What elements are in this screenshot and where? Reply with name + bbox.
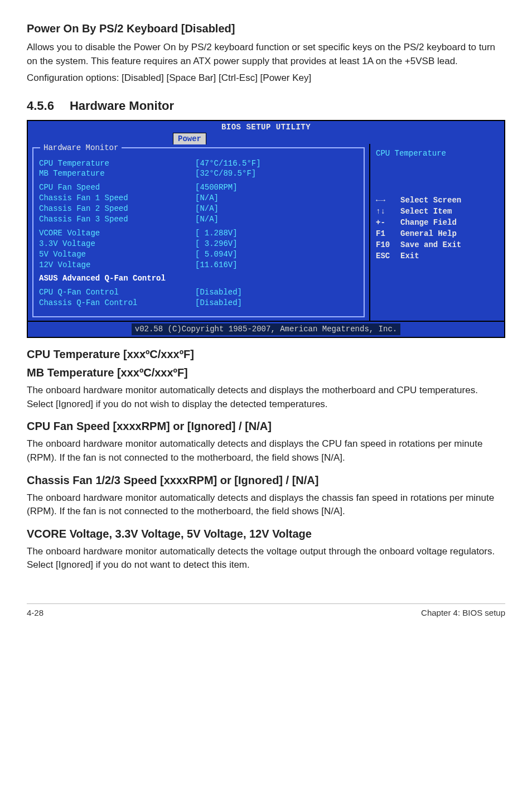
bios-window: BIOS SETUP UTILITY Power Hardware Monito… xyxy=(27,120,505,338)
bios-label: Chassis Fan 3 Speed xyxy=(39,214,195,225)
bios-label: CPU Temperature xyxy=(39,158,195,169)
bios-value: [47°C/116.5°F] xyxy=(195,158,261,169)
bios-row-ch2[interactable]: Chassis Fan 2 Speed [N/A] xyxy=(39,204,358,214)
bios-value: [N/A] xyxy=(195,214,219,225)
heading-cpu-temp: CPU Temperature [xxxºC/xxxºF] xyxy=(27,347,505,362)
bios-hint-exit: ESC Exit xyxy=(376,251,499,262)
bios-tabbar: Power xyxy=(28,133,504,144)
bios-value: [32°C/89.5°F] xyxy=(195,168,256,179)
bios-hint-text: Save and Exit xyxy=(400,240,461,250)
bios-label: Chassis Fan 1 Speed xyxy=(39,193,195,204)
para-temp-desc: The onboard hardware monitor automatical… xyxy=(27,384,505,411)
arrows-ud-icon: ↑↓ xyxy=(376,206,395,217)
bios-row-12v[interactable]: 12V Voltage [11.616V] xyxy=(39,260,358,270)
para-chassis-fan-desc: The onboard hardware monitor automatical… xyxy=(27,491,505,519)
bios-value: [4500RPM] xyxy=(195,182,238,193)
arrows-lr-icon: ←→ xyxy=(376,195,395,206)
bios-row-cpu-fan[interactable]: CPU Fan Speed [4500RPM] xyxy=(39,182,358,193)
bios-right-panel: CPU Temperature ←→ Select Screen ↑↓ Sele… xyxy=(370,144,504,321)
bios-footer: v02.58 (C)Copyright 1985-2007, American … xyxy=(28,321,504,337)
bios-value: [Disabled] xyxy=(195,298,242,308)
bios-hint-select-screen: ←→ Select Screen xyxy=(376,195,499,206)
bios-label: CPU Q-Fan Control xyxy=(39,287,195,298)
bios-copyright: v02.58 (C)Copyright 1985-2007, American … xyxy=(132,323,400,335)
bios-value: [N/A] xyxy=(195,204,219,214)
heading-mb-temp: MB Temperature [xxxºC/xxxºF] xyxy=(27,365,505,380)
bios-row-cpu-temp[interactable]: CPU Temperature [47°C/116.5°F] xyxy=(39,158,358,169)
bios-panel-title: Hardware Monitor xyxy=(40,143,122,153)
bios-help-title: CPU Temperature xyxy=(376,148,499,159)
bios-row-ch-qfan[interactable]: Chassis Q-Fan Control [Disabled] xyxy=(39,298,358,308)
para-ps2-options: Configuration options: [Disabled] [Space… xyxy=(27,71,505,85)
bios-label: VCORE Voltage xyxy=(39,228,195,239)
key-esc: ESC xyxy=(376,251,395,262)
bios-hint-text: Select Screen xyxy=(400,195,461,206)
bios-hint-save-exit: F10 Save and Exit xyxy=(376,240,499,250)
bios-left-panel: Hardware Monitor CPU Temperature [47°C/1… xyxy=(28,144,370,321)
bios-row-adv-qfan[interactable]: ASUS Advanced Q-Fan Control xyxy=(39,273,358,284)
heading-chassis-fan-speed: Chassis Fan 1/2/3 Speed [xxxxRPM] or [Ig… xyxy=(27,473,505,488)
bios-row-ch3[interactable]: Chassis Fan 3 Speed [N/A] xyxy=(39,214,358,225)
plus-minus-icon: +- xyxy=(376,218,395,228)
bios-hint-text: Change Field xyxy=(400,218,457,228)
chapter-label: Chapter 4: BIOS setup xyxy=(421,607,505,619)
bios-value: [ 1.288V] xyxy=(195,228,238,239)
bios-hint-select-item: ↑↓ Select Item xyxy=(376,206,499,217)
bios-label: 5V Voltage xyxy=(39,249,195,260)
bios-hint-text: Exit xyxy=(400,251,419,262)
bios-label: MB Temperature xyxy=(39,168,195,179)
bios-hint-change-field: +- Change Field xyxy=(376,218,499,228)
page-footer: 4-28 Chapter 4: BIOS setup xyxy=(27,603,505,619)
bios-value: [ 5.094V] xyxy=(195,249,238,260)
bios-row-cpu-qfan[interactable]: CPU Q-Fan Control [Disabled] xyxy=(39,287,358,298)
bios-hint-text: Select Item xyxy=(400,206,452,217)
bios-label: Chassis Fan 2 Speed xyxy=(39,204,195,214)
bios-value: [Disabled] xyxy=(195,287,242,298)
bios-label: 3.3V Voltage xyxy=(39,239,195,249)
bios-label: 12V Voltage xyxy=(39,260,195,270)
heading-cpu-fan-speed: CPU Fan Speed [xxxxRPM] or [Ignored] / [… xyxy=(27,419,505,434)
para-ps2-desc: Allows you to disable the Power On by PS… xyxy=(27,41,505,68)
page-number: 4-28 xyxy=(27,607,43,619)
bios-title: BIOS SETUP UTILITY xyxy=(28,121,504,133)
bios-row-mb-temp[interactable]: MB Temperature [32°C/89.5°F] xyxy=(39,168,358,179)
heading-voltages: VCORE Voltage, 3.3V Voltage, 5V Voltage,… xyxy=(27,526,505,542)
bios-value: [ 3.296V] xyxy=(195,239,238,249)
bios-row-5v[interactable]: 5V Voltage [ 5.094V] xyxy=(39,249,358,260)
bios-hint-text: General Help xyxy=(400,229,457,239)
bios-row-vcore[interactable]: VCORE Voltage [ 1.288V] xyxy=(39,228,358,239)
key-f10: F10 xyxy=(376,240,395,250)
bios-label: Chassis Q-Fan Control xyxy=(39,298,195,308)
bios-value: [N/A] xyxy=(195,193,219,204)
para-voltages-desc: The onboard hardware monitor automatical… xyxy=(27,545,505,572)
bios-row-33v[interactable]: 3.3V Voltage [ 3.296V] xyxy=(39,239,358,249)
bios-row-ch1[interactable]: Chassis Fan 1 Speed [N/A] xyxy=(39,193,358,204)
key-f1: F1 xyxy=(376,229,395,239)
heading-power-on-ps2: Power On By PS/2 Keyboard [Disabled] xyxy=(27,21,505,36)
section-number: 4.5.6 xyxy=(27,98,54,114)
section-title-hwmon: Hardware Monitor xyxy=(70,98,174,114)
bios-tab-power[interactable]: Power xyxy=(173,133,206,145)
bios-label: CPU Fan Speed xyxy=(39,182,195,193)
bios-hint-help: F1 General Help xyxy=(376,229,499,239)
bios-value: [11.616V] xyxy=(195,260,238,270)
para-cpu-fan-desc: The onboard hardware monitor automatical… xyxy=(27,437,505,465)
